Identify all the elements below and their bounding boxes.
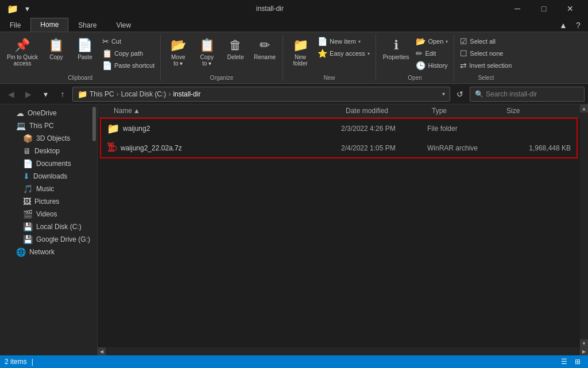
delete-label: Delete xyxy=(227,54,244,60)
ribbon-group-open: ℹ Properties 📂 Open ▾ ✏ Edit 🕒 History xyxy=(376,34,455,81)
sidebar-item-documents[interactable]: 📄 Documents xyxy=(0,157,97,170)
cut-button[interactable]: ✂ Cut xyxy=(100,36,157,47)
edit-button[interactable]: ✏ Edit xyxy=(413,48,450,59)
sidebar-item-downloads[interactable]: ⬇ Downloads xyxy=(0,170,97,183)
sidebar-network-label: Network xyxy=(29,248,55,256)
open-button[interactable]: 📂 Open ▾ xyxy=(413,36,450,47)
sidebar-item-3d-objects[interactable]: 📦 3D Objects xyxy=(0,132,97,145)
copy-path-button[interactable]: 📋 Copy path xyxy=(100,48,157,59)
easy-access-button[interactable]: ⭐ Easy access ▾ xyxy=(315,48,372,59)
select-none-button[interactable]: ☐ Select none xyxy=(458,48,514,59)
scroll-right-btn[interactable]: ▶ xyxy=(580,347,588,355)
open-label: Open xyxy=(428,38,443,45)
clipboard-small-btns: ✂ Cut 📋 Copy path 📄 Paste shortcut xyxy=(100,36,157,71)
sidebar-item-onedrive[interactable]: ☁ OneDrive xyxy=(0,107,97,119)
delete-button[interactable]: 🗑 Delete xyxy=(222,36,249,63)
move-to-button[interactable]: 📂 Moveto ▾ xyxy=(164,36,192,69)
delete-icon: 🗑 xyxy=(229,38,242,53)
col-size-label: Size xyxy=(506,107,520,115)
search-box[interactable]: 🔍 Search install-dir xyxy=(470,87,585,102)
pictures-icon: 🖼 xyxy=(23,197,31,206)
path-current-folder: install-dir xyxy=(173,90,200,98)
qat-down-btn[interactable]: ▾ xyxy=(21,2,33,15)
file-name-waijung2-archive: waijung2_22.02a.7z xyxy=(121,144,341,152)
tab-file[interactable]: File xyxy=(0,18,30,32)
new-item-icon: 📄 xyxy=(318,37,327,46)
new-folder-button[interactable]: 📁 Newfolder xyxy=(287,36,314,69)
large-icons-btn[interactable]: ⊞ xyxy=(572,357,583,367)
scrollbar-horizontal: ◀ ▶ xyxy=(98,347,588,355)
file-row-waijung2[interactable]: 📁 waijung2 2/3/2022 4:26 PM File folder xyxy=(101,119,577,138)
path-folder-icon: 📁 xyxy=(78,90,87,99)
col-type-header[interactable]: Type xyxy=(432,107,506,115)
forward-button[interactable]: ▶ xyxy=(21,87,36,102)
sidebar-desktop-label: Desktop xyxy=(34,147,60,155)
paste-button[interactable]: 📄 Paste xyxy=(71,36,99,63)
new-item-label: New item xyxy=(330,38,356,45)
sidebar-onedrive-label: OneDrive xyxy=(28,109,57,117)
tab-view[interactable]: View xyxy=(106,18,141,32)
sidebar-item-local-disk-c[interactable]: 💾 Local Disk (C:) xyxy=(0,220,97,233)
title-bar-title: install-dir xyxy=(39,5,501,13)
ribbon-help-btn[interactable]: ? xyxy=(572,19,585,32)
open-icon: 📂 xyxy=(416,37,425,46)
invert-selection-button[interactable]: ⇄ Invert selection xyxy=(458,60,514,71)
path-this-pc: This PC xyxy=(90,90,114,98)
history-button[interactable]: 🕒 History xyxy=(413,60,450,71)
tab-share[interactable]: Share xyxy=(68,18,106,32)
easy-access-chevron: ▾ xyxy=(368,51,370,56)
select-items: ☑ Select all ☐ Select none ⇄ Invert sele… xyxy=(458,34,514,73)
paste-shortcut-button[interactable]: 📄 Paste shortcut xyxy=(100,60,157,71)
pin-quick-access-button[interactable]: 📌 Pin to Quickaccess xyxy=(3,36,41,69)
file-type-waijung2: File folder xyxy=(427,125,502,133)
copy-to-button[interactable]: 📋 Copyto ▾ xyxy=(193,36,220,69)
rename-button[interactable]: ✏ Rename xyxy=(250,36,279,63)
ribbon-group-select: ☑ Select all ☐ Select none ⇄ Invert sele… xyxy=(454,34,517,81)
ribbon-collapse-btn[interactable]: ▲ xyxy=(557,19,570,32)
new-item-button[interactable]: 📄 New item ▾ xyxy=(315,36,372,47)
file-type-waijung2-archive: WinRAR archive xyxy=(427,144,502,152)
scroll-left-btn[interactable]: ◀ xyxy=(98,347,106,355)
paste-shortcut-label: Paste shortcut xyxy=(114,62,154,69)
highlighted-files-group: 📁 waijung2 2/3/2022 4:26 PM File folder … xyxy=(100,118,578,158)
up-button[interactable]: ↑ xyxy=(55,87,70,102)
details-view-btn[interactable]: ☰ xyxy=(558,357,570,367)
sidebar-item-pictures[interactable]: 🖼 Pictures xyxy=(0,195,97,208)
sidebar-item-google-drive[interactable]: 💾 Google Drive (G:) xyxy=(0,233,97,246)
google-drive-icon: 💾 xyxy=(23,235,33,244)
cut-icon: ✂ xyxy=(102,37,109,46)
scroll-down-btn[interactable]: ▼ xyxy=(580,339,588,347)
maximize-button[interactable]: □ xyxy=(531,0,557,17)
sidebar-item-desktop[interactable]: 🖥 Desktop xyxy=(0,145,97,157)
new-items: 📁 Newfolder 📄 New item ▾ ⭐ Easy access ▾ xyxy=(287,34,372,73)
scroll-up-btn[interactable]: ▲ xyxy=(580,104,588,113)
close-button[interactable]: ✕ xyxy=(557,0,583,17)
back-button[interactable]: ◀ xyxy=(3,87,18,102)
properties-button[interactable]: ℹ Properties xyxy=(380,36,413,63)
address-dropdown-btn[interactable]: ▾ xyxy=(442,91,445,97)
sidebar-item-music[interactable]: 🎵 Music xyxy=(0,183,97,195)
recent-locations-button[interactable]: ▾ xyxy=(38,87,53,102)
address-path[interactable]: 📁 This PC › Local Disk (C:) › install-di… xyxy=(72,87,450,102)
easy-access-icon: ⭐ xyxy=(318,49,327,58)
sidebar-google-drive-label: Google Drive (G:) xyxy=(36,235,90,243)
select-btns: ☑ Select all ☐ Select none ⇄ Invert sele… xyxy=(458,36,514,71)
refresh-button[interactable]: ↺ xyxy=(452,87,467,102)
paste-icon: 📄 xyxy=(77,38,92,53)
sidebar-item-this-pc[interactable]: 💻 This PC xyxy=(0,119,97,132)
col-type-label: Type xyxy=(432,107,447,115)
minimize-button[interactable]: ─ xyxy=(504,0,531,17)
file-pane: Name ▲ Date modified Type Size xyxy=(98,104,580,347)
copy-button[interactable]: 📋 Copy xyxy=(42,36,70,63)
file-row-waijung2-archive[interactable]: 🗜 waijung2_22.02a.7z 2/4/2022 1:05 PM Wi… xyxy=(101,138,577,157)
sidebar-3d-objects-label: 3D Objects xyxy=(36,134,70,142)
paste-label: Paste xyxy=(78,54,92,60)
col-name-header[interactable]: Name ▲ xyxy=(114,107,346,115)
tab-home[interactable]: Home xyxy=(30,18,68,32)
col-size-header[interactable]: Size xyxy=(506,107,575,115)
select-all-button[interactable]: ☑ Select all xyxy=(458,36,514,47)
col-date-header[interactable]: Date modified xyxy=(346,107,432,115)
history-icon: 🕒 xyxy=(416,61,425,70)
sidebar-item-videos[interactable]: 🎬 Videos xyxy=(0,208,97,220)
sidebar-item-network[interactable]: 🌐 Network xyxy=(0,246,97,258)
